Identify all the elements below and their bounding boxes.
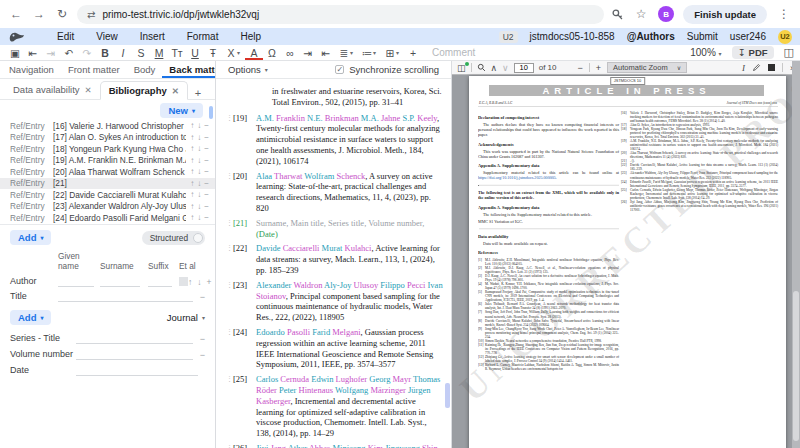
drag-handle-icon[interactable]: ⋮ [226, 443, 233, 448]
entry-move-down-icon[interactable]: ↓ [197, 190, 201, 199]
entry-move-up-icon[interactable]: ↑ [190, 179, 194, 188]
tab-navigation[interactable]: Navigation [2, 61, 61, 78]
menu-format[interactable]: Format [176, 31, 230, 42]
entry-list-item[interactable]: Ref/Entry[17] Alan O. Sykes An introduct… [0, 132, 215, 144]
font-color-icon[interactable]: A [245, 46, 263, 60]
script-icon[interactable]: X [222, 46, 240, 60]
monospace-icon[interactable]: M [150, 46, 168, 60]
entry-remove-icon[interactable]: − [204, 179, 209, 188]
entry-remove-icon[interactable]: − [204, 144, 209, 153]
field-input[interactable] [76, 351, 193, 360]
pdf-stamp-icon[interactable] [768, 64, 775, 71]
text-size-icon[interactable]: Tт [168, 46, 186, 60]
drag-handle-icon[interactable]: ⋮ [226, 243, 233, 275]
entry-list-item[interactable]: Ref/Entry[18] Yongeun Park Kyung Hwa Cho… [0, 143, 215, 155]
insert-icon[interactable]: + [404, 46, 422, 60]
etal-checkbox[interactable] [179, 277, 188, 286]
italic-icon[interactable]: I [114, 46, 132, 60]
user-avatar[interactable]: U2 [778, 30, 792, 44]
entry-remove-icon[interactable]: − [204, 202, 209, 211]
sync-checkbox[interactable]: ✓ [335, 65, 344, 74]
drag-handle-icon[interactable]: ⋮ [226, 280, 233, 323]
split-view-icon[interactable]: ◫ [784, 46, 794, 59]
entry-move-down-icon[interactable]: ↓ [197, 213, 201, 222]
entry-move-up-icon[interactable]: ↑ [190, 167, 194, 176]
entry-remove-icon[interactable]: − [204, 133, 209, 142]
pdf-draw-icon[interactable] [752, 63, 761, 72]
entry-list-item[interactable]: Ref/Entry[22] Davide Cacciarelli Murat K… [0, 189, 215, 201]
field-input[interactable] [76, 367, 198, 376]
options-dropdown[interactable]: Options▾ [228, 64, 268, 75]
site-info-icon[interactable]: ⇄ [87, 9, 95, 20]
move-up-icon[interactable]: ↑ [188, 277, 192, 287]
page-setup-icon[interactable]: ▣ [6, 46, 24, 60]
entry-move-down-icon[interactable]: ↓ [197, 167, 201, 176]
tab-body[interactable]: Body [127, 61, 163, 78]
back-icon[interactable]: ← [8, 7, 24, 21]
strikethrough-icon[interactable]: Ŧ [204, 46, 222, 60]
tab-back-matter[interactable]: Back matter [162, 61, 216, 78]
entry-remove-icon[interactable]: − [204, 121, 209, 130]
new-entry-button[interactable]: New▾ [160, 103, 203, 118]
drag-handle-icon[interactable]: ⋮ [226, 327, 233, 370]
reference-entry[interactable]: ⋮[20]Alaa Tharwat Wolfram Schenck, A sur… [226, 171, 443, 214]
entry-remove-icon[interactable]: − [204, 167, 209, 176]
address-bar[interactable]: ⇄ primo-test.trivic.io/dp/jwtwkleh32vqj [77, 5, 604, 24]
drag-handle-icon[interactable]: ⋮ [226, 113, 233, 167]
synchronize-scrolling-control[interactable]: ✓ Synchronize scrolling [335, 64, 439, 75]
reference-entry[interactable]: ⋮[19]A.M. Franklin N.E. Brinkman M.A. Ja… [226, 113, 443, 167]
reload-icon[interactable]: ↻ [54, 7, 70, 21]
pdf-zoom-out-icon[interactable]: − [578, 63, 583, 73]
remove-title-icon[interactable]: − [200, 292, 205, 302]
entry-move-up-icon[interactable]: ↑ [190, 190, 194, 199]
submit-button[interactable]: Submit [687, 31, 718, 42]
add-tab-icon[interactable]: + [188, 87, 208, 99]
entry-list-item[interactable]: Ref/Entry[24] Edoardo Pasolli Farid Melg… [0, 212, 215, 224]
entry-remove-icon[interactable]: − [204, 213, 209, 222]
menu-edit[interactable]: Edit [46, 31, 85, 42]
browser-profile-avatar[interactable]: B [658, 6, 674, 22]
entry-move-up-icon[interactable]: ↑ [190, 156, 194, 165]
table-icon[interactable]: ⊞ [381, 46, 399, 60]
reference-entry[interactable]: ⋮[25]Carlos Cernuda Edwin Lughofer Georg… [226, 374, 443, 439]
tab-front-matter[interactable]: Front matter [61, 61, 127, 78]
entry-move-up-icon[interactable]: ↑ [190, 202, 194, 211]
given-name-input[interactable] [58, 278, 94, 287]
indent-icon[interactable]: ⇥ [299, 46, 317, 60]
undo-icon[interactable]: ↶ [60, 46, 78, 60]
entry-move-down-icon[interactable]: ↓ [197, 133, 201, 142]
pdf-scrollbar-thumb[interactable] [793, 291, 799, 441]
drag-handle-icon[interactable]: ⋮ [226, 374, 233, 439]
reference-continuation[interactable]: in freshwater and estuarine reservoirs, … [272, 86, 443, 108]
suffix-input[interactable] [148, 278, 172, 287]
reference-entry[interactable]: ⋮[26]Jiyi Jang Ather Abbas Minjeong Kim … [226, 443, 443, 448]
pdf-search-icon[interactable] [477, 63, 486, 72]
small-caps-icon[interactable]: S [132, 46, 150, 60]
close-tab-icon[interactable]: ✕ [172, 86, 179, 96]
bookmark-star-icon[interactable]: ☆ [633, 7, 649, 21]
entry-remove-icon[interactable]: − [204, 190, 209, 199]
entry-type-dropdown[interactable]: Journal▾ [167, 312, 205, 323]
middle-panel-scrollbar[interactable] [445, 383, 450, 408]
redo-icon[interactable]: ↷ [78, 46, 96, 60]
passkey-icon[interactable] [611, 8, 624, 21]
bold-icon[interactable]: B [96, 46, 114, 60]
move-down-icon[interactable]: ↓ [197, 277, 201, 287]
add-author-icon[interactable]: + [207, 277, 212, 287]
list-icon[interactable]: ≔ [358, 46, 376, 60]
prev-change-icon[interactable]: ⇤ [24, 46, 42, 60]
entry-move-up-icon[interactable]: ↑ [190, 121, 194, 130]
pdf-scale-dropdown[interactable]: Automatic Zoom∨ [607, 62, 687, 73]
add-field-button[interactable]: Add▾ [10, 230, 51, 245]
browser-menu-icon[interactable]: ⋮ [776, 7, 792, 21]
entry-list-item[interactable]: Ref/Entry[20] Alaa Tharwat Wolfram Schen… [0, 166, 215, 178]
entry-move-down-icon[interactable]: ↓ [197, 179, 201, 188]
entry-move-up-icon[interactable]: ↑ [190, 144, 194, 153]
special-char-icon[interactable]: Ω [263, 46, 281, 60]
entry-move-down-icon[interactable]: ↓ [197, 156, 201, 165]
next-change-icon[interactable]: ⇥ [42, 46, 60, 60]
field-input[interactable] [76, 335, 193, 344]
reference-entry[interactable]: ⋮[21]Surname, Main title, Series title, … [226, 218, 443, 240]
remove-field-icon[interactable]: − [200, 334, 205, 344]
menu-help[interactable]: Help [229, 31, 272, 42]
